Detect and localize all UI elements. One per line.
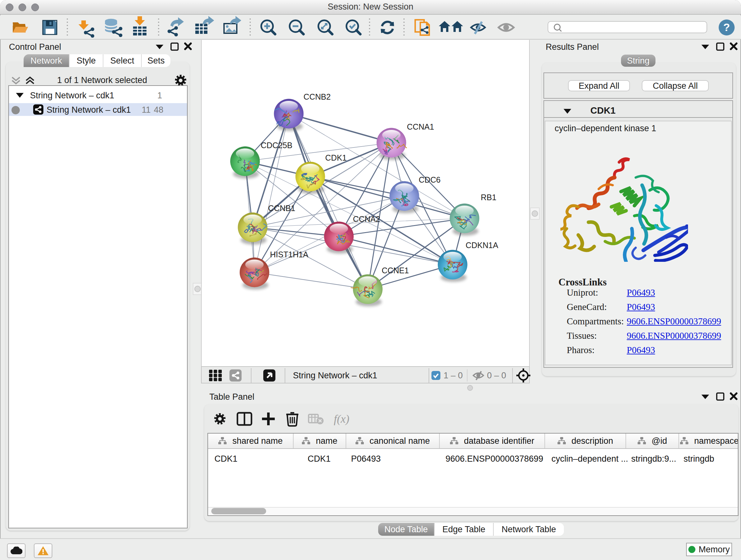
svg-text:HIST1H1A: HIST1H1A bbox=[270, 250, 309, 259]
svg-text:?: ? bbox=[724, 21, 730, 33]
svg-text:f(x): f(x) bbox=[334, 413, 349, 425]
svg-text:CDKN1A: CDKN1A bbox=[466, 241, 498, 250]
svg-text:1 – 0: 1 – 0 bbox=[444, 371, 463, 380]
svg-text:CCNA1: CCNA1 bbox=[407, 122, 434, 131]
svg-text:String Network – cdk1: String Network – cdk1 bbox=[293, 371, 377, 380]
svg-text:0 – 0: 0 – 0 bbox=[487, 371, 506, 380]
svg-text:RB1: RB1 bbox=[481, 193, 496, 202]
svg-text:CCNA2: CCNA2 bbox=[353, 214, 380, 224]
svg-text:CCNB1: CCNB1 bbox=[268, 204, 295, 212]
svg-text:CCNB2: CCNB2 bbox=[304, 92, 331, 101]
svg-text:CCNE1: CCNE1 bbox=[382, 266, 409, 275]
svg-text:CDC6: CDC6 bbox=[419, 175, 441, 184]
svg-text:CDC25B: CDC25B bbox=[261, 141, 292, 150]
svg-text:CDK1: CDK1 bbox=[325, 153, 347, 162]
